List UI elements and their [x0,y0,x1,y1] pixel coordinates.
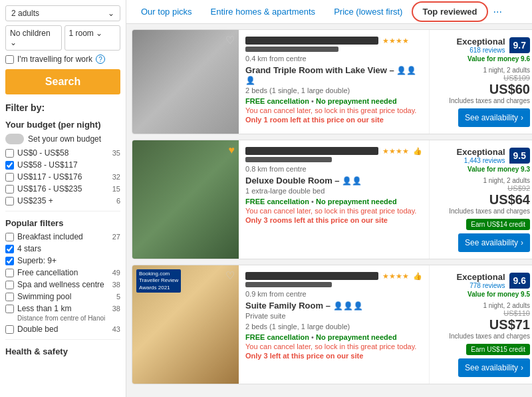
filter-free-cancel-check[interactable] [5,269,14,277]
rating-row-0: Exceptional 618 reviews 9.7 [457,37,530,54]
budget-toggle-switch[interactable] [5,134,24,144]
budget-range-3: US$176 - US$235 15 [5,184,120,194]
budget-check-3[interactable] [5,185,14,194]
budget-check-2[interactable] [5,173,14,182]
reviews-count-2: 778 reviews [457,282,505,289]
favorite-icon-0[interactable]: ♡ [225,34,235,47]
guests-chevron: ⌄ [108,9,114,18]
favorite-icon-2[interactable]: ♡ [225,269,235,282]
budget-check-4[interactable] [5,197,14,205]
hotel-stars-0: ★★★★ [382,37,409,45]
guests-label: 2 adults [11,9,39,18]
sidebar: 2 adults ⌄ No children ⌄ 1 room ⌄ I'm tr… [0,0,126,397]
main-content: Our top picks Entire homes & apartments … [126,0,532,397]
final-price-1: US$64 [489,192,530,207]
hotel-stars-1: ★★★★ [382,147,409,156]
original-price-1: US$92 [507,184,530,192]
filter-breakfast-check[interactable] [5,233,14,241]
room-name-2: Suite Family Room – 👤👤👤 [245,301,422,311]
availability-btn-2[interactable]: See availability › [458,358,530,377]
hotel-info-2: ★★★★ 👍 0.9 km from centre Suite Family R… [239,265,429,384]
room-beds-2: 2 beds (1 single, 1 large double) [245,323,422,331]
budget-range-1: US$58 - US$117 [5,160,120,170]
room-type-2: Private suite [245,312,422,320]
children-selector[interactable]: No children ⌄ [5,25,62,51]
final-price-2: US$71 [489,317,530,332]
rating-score-2: 9.6 [509,273,530,289]
free-cancel-0: FREE cancellation • No prepayment needed [245,97,422,105]
availability-btn-0[interactable]: See availability › [458,108,530,127]
budget-check-0[interactable] [5,149,14,158]
tab-top-reviewed[interactable]: Top reviewed [412,1,487,22]
free-cancel-2: FREE cancellation • No prepayment needed [245,333,422,341]
lock-price-2: You can cancel later, so lock in this gr… [245,342,422,350]
hotel-img-placeholder-0 [132,30,239,134]
free-cancel-1: FREE cancellation • No prepayment needed [245,198,422,205]
tab-more-icon[interactable]: ··· [488,1,507,23]
rooms-selector[interactable]: 1 room ⌄ [65,25,121,51]
value-money-1: Value for money 9.3 [467,166,530,173]
favorite-icon-1[interactable]: ♥ [229,144,235,156]
rating-label-2: Exceptional [457,272,505,282]
budget-range-0: US$0 - US$58 35 [5,148,120,158]
nights-info-2: 1 night, 2 adults [483,302,530,309]
hotel-image-2: Booking.comTraveller ReviewAwards 2021 ♡ [132,265,239,384]
original-price-2: US$110 [503,309,530,317]
reviews-count-0: 618 reviews [457,47,505,54]
hotel-name-blur-2 [245,272,378,280]
earn-credit-1: Earn US$14 credit [466,219,530,230]
chevron-right-icon-0: › [521,113,523,122]
filter-pool-check[interactable] [5,293,14,301]
filter-4stars-check[interactable] [5,245,14,253]
tabs-bar: Our top picks Entire homes & apartments … [126,0,532,24]
hotel-name-row-2: ★★★★ 👍 [245,272,422,281]
availability-btn-1[interactable]: See availability › [458,233,530,252]
tab-price-lowest[interactable]: Price (lowest first) [325,0,412,23]
health-safety-title: Health & safety [5,346,120,356]
work-travel-label: I'm travelling for work [17,55,92,64]
rating-score-1: 9.5 [509,148,530,164]
filter-less-1km-check[interactable] [5,305,14,313]
hotel-price-panel-0: Exceptional 618 reviews 9.7 Value for mo… [429,30,532,134]
value-money-2: Value for money 9.5 [467,291,530,298]
room-icons-1: 👤👤 [342,176,362,186]
hotel-distance-1: 0.8 km from centre [245,165,422,173]
budget-range-2: US$117 - US$176 32 [5,172,120,182]
rating-row-1: Exceptional 1,443 reviews 9.5 [457,147,530,164]
hotel-image-0: ♡ [132,30,239,134]
filter-double-bed-check[interactable] [5,325,14,334]
work-travel-checkbox[interactable] [5,55,14,64]
set-own-budget-toggle: Set your own budget [5,134,120,144]
thumb-icon-2: 👍 [413,272,422,281]
filter-superb-check[interactable] [5,257,14,265]
hotel-distance-0: 0.4 km from centre [245,55,422,63]
nights-info-1: 1 night, 2 adults [483,177,530,184]
help-icon[interactable]: ? [96,55,105,64]
rating-row-2: Exceptional 778 reviews 9.6 [457,272,530,289]
tab-entire-homes[interactable]: Entire homes & apartments [201,0,325,23]
rooms-left-1: Only 3 rooms left at this price on our s… [245,216,422,224]
hotel-info-0: ★★★★ 0.4 km from centre Grand Triple Roo… [239,30,429,134]
budget-check-1[interactable] [5,161,14,170]
filter-pool: Swimming pool 5 [5,292,120,301]
value-money-0: Value for money 9.6 [467,55,530,63]
children-rooms-row: No children ⌄ 1 room ⌄ [5,25,120,51]
filter-spa-check[interactable] [5,281,14,289]
room-name-0: Grand Triple Room with Lake View – 👤👤👤 [245,65,422,85]
hotel-img-placeholder-1 [132,140,239,259]
hotel-subname-0 [245,47,338,52]
room-icons-2: 👤👤👤 [333,301,363,311]
hotel-price-panel-1: Exceptional 1,443 reviews 9.5 Value for … [429,140,532,259]
tab-top-picks[interactable]: Our top picks [132,0,201,23]
filter-superb: Superb: 9+ [5,256,120,265]
taxes-info-2: Includes taxes and charges [449,332,530,340]
hotel-image-1: ♥ [132,140,239,259]
room-name-1: Deluxe Double Room – 👤👤 [245,176,422,186]
chevron-right-icon-2: › [521,363,523,372]
hotel-name-blur-1 [245,147,378,155]
lock-price-0: You can cancel later, so lock in this gr… [245,106,422,114]
search-button[interactable]: Search [5,69,120,94]
hotel-name-row-1: ★★★★ 👍 [245,147,422,156]
guests-selector[interactable]: 2 adults ⌄ [5,5,120,21]
filter-by-title: Filter by: [5,102,120,113]
